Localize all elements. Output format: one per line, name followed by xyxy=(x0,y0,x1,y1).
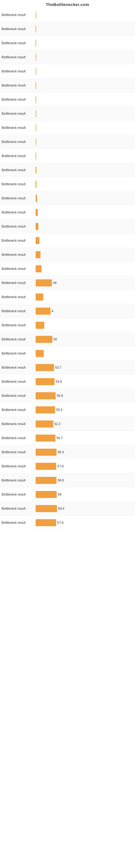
table-row: Bottleneck result xyxy=(0,234,135,248)
table-row: Bottleneck result xyxy=(0,248,135,262)
bottleneck-label: Bottleneck result xyxy=(2,507,34,510)
bottleneck-label: Bottleneck result xyxy=(2,13,34,17)
bottleneck-label: Bottleneck result xyxy=(2,394,34,398)
table-row: Bottleneck result xyxy=(0,106,135,121)
table-row: Bottleneck result57.6 xyxy=(0,516,135,530)
bar-value: 56.7 xyxy=(56,436,63,440)
bar xyxy=(36,54,36,61)
bar xyxy=(36,378,54,385)
table-row: Bottleneck result58.6 xyxy=(0,473,135,488)
bar xyxy=(36,322,44,329)
bar xyxy=(36,209,38,216)
bar xyxy=(36,195,37,202)
bottleneck-label: Bottleneck result xyxy=(2,211,34,214)
bar-value: 55.5 xyxy=(56,408,62,412)
bottleneck-label: Bottleneck result xyxy=(2,140,34,144)
bar xyxy=(36,237,39,244)
bar-value: 52.2 xyxy=(54,422,60,426)
bottleneck-label: Bottleneck result xyxy=(2,478,34,482)
bar xyxy=(36,40,36,46)
bar xyxy=(36,350,44,357)
bar-value: 58.4 xyxy=(57,450,64,454)
bar-value: 53.7 xyxy=(55,366,61,369)
bar xyxy=(36,265,42,272)
table-row: Bottleneck result xyxy=(0,191,135,205)
table-row: Bottleneck result50 xyxy=(0,332,135,346)
bar xyxy=(36,152,36,159)
bottleneck-label: Bottleneck result xyxy=(2,323,34,327)
table-row: Bottleneck result xyxy=(0,149,135,163)
bar xyxy=(36,505,57,512)
bar xyxy=(36,110,36,117)
table-row: Bottleneck result57.8 xyxy=(0,459,135,473)
bottleneck-label: Bottleneck result xyxy=(2,295,34,299)
bottleneck-label: Bottleneck result xyxy=(2,408,34,412)
bar-value: 59 xyxy=(58,493,61,496)
bottleneck-label: Bottleneck result xyxy=(2,126,34,130)
bottleneck-label: Bottleneck result xyxy=(2,112,34,116)
bar xyxy=(36,364,54,371)
table-row: Bottleneck result xyxy=(0,22,135,36)
site-title: TheBottlenecker.com xyxy=(0,0,135,8)
table-row: Bottleneck result xyxy=(0,177,135,191)
table-row: Bottleneck result xyxy=(0,121,135,135)
bottleneck-label: Bottleneck result xyxy=(2,366,34,369)
bar-value: 50 xyxy=(53,337,57,341)
table-row: Bottleneck result xyxy=(0,205,135,219)
table-row: Bottleneck result xyxy=(0,79,135,93)
bar xyxy=(36,138,36,145)
bar xyxy=(36,181,37,188)
bar xyxy=(36,293,43,301)
bar xyxy=(36,336,52,343)
table-row: Bottleneck result xyxy=(0,163,135,177)
bar xyxy=(36,68,36,75)
bar xyxy=(36,477,56,484)
table-row: Bottleneck result xyxy=(0,262,135,276)
bottleneck-label: Bottleneck result xyxy=(2,41,34,45)
bar xyxy=(36,308,50,315)
bar-value: 57.8 xyxy=(57,464,63,468)
table-row: Bottleneck result xyxy=(0,8,135,22)
bottleneck-label: Bottleneck result xyxy=(2,422,34,426)
bar xyxy=(36,406,55,413)
bottleneck-label: Bottleneck result xyxy=(2,337,34,341)
bar xyxy=(36,448,56,456)
bar xyxy=(36,26,36,33)
table-row: Bottleneck result xyxy=(0,36,135,50)
bar xyxy=(36,223,38,230)
bar xyxy=(36,392,56,399)
bottleneck-label: Bottleneck result xyxy=(2,168,34,172)
bar xyxy=(36,166,37,174)
bottleneck-label: Bottleneck result xyxy=(2,239,34,243)
bottleneck-label: Bottleneck result xyxy=(2,450,34,454)
header: TheBottlenecker.com xyxy=(0,0,135,8)
table-row: Bottleneck result xyxy=(0,64,135,79)
bottleneck-label: Bottleneck result xyxy=(2,55,34,59)
table-row: Bottleneck result55.5 xyxy=(0,403,135,417)
table-row: Bottleneck result49 xyxy=(0,276,135,290)
bar xyxy=(36,435,55,442)
bottleneck-label: Bottleneck result xyxy=(2,27,34,31)
table-row: Bottleneck result xyxy=(0,135,135,149)
table-row: Bottleneck result xyxy=(0,290,135,304)
bar-value: 49 xyxy=(53,281,56,285)
table-row: Bottleneck result56.8 xyxy=(0,389,135,403)
bar xyxy=(36,124,36,131)
table-row: Bottleneck result56.7 xyxy=(0,431,135,445)
bar xyxy=(36,519,56,526)
bottleneck-label: Bottleneck result xyxy=(2,69,34,73)
bar xyxy=(36,491,57,498)
table-row: Bottleneck result52.2 xyxy=(0,417,135,431)
bar xyxy=(36,11,36,19)
bottleneck-label: Bottleneck result xyxy=(2,267,34,271)
bottleneck-label: Bottleneck result xyxy=(2,253,34,257)
table-row: Bottleneck result59 xyxy=(0,488,135,501)
table-row: Bottleneck result xyxy=(0,219,135,234)
table-row: Bottleneck result54.8 xyxy=(0,375,135,389)
bottleneck-label: Bottleneck result xyxy=(2,493,34,496)
bar xyxy=(36,279,52,286)
table-row: Bottleneck result58.4 xyxy=(0,445,135,459)
table-row: Bottleneck result xyxy=(0,50,135,64)
bottleneck-label: Bottleneck result xyxy=(2,98,34,101)
bar-value: 4 xyxy=(52,309,53,313)
